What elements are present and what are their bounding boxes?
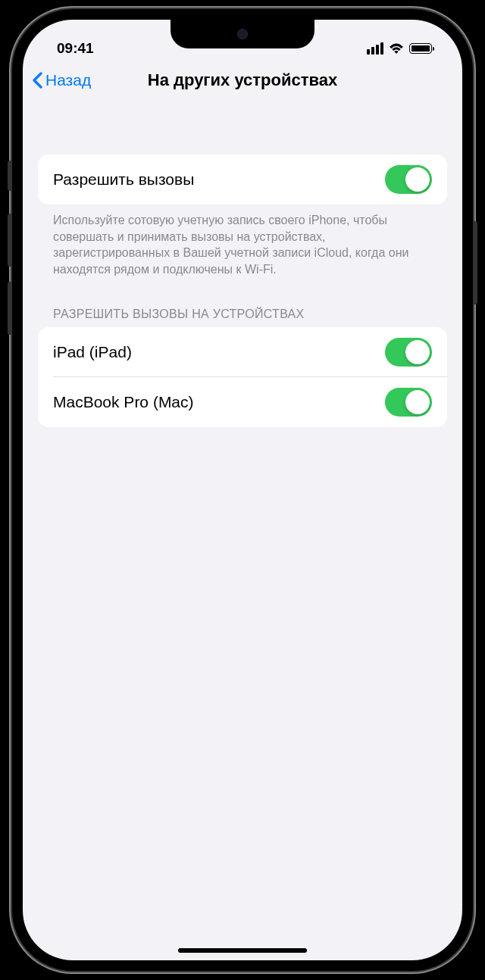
chevron-left-icon — [32, 72, 42, 89]
home-indicator[interactable] — [178, 948, 307, 953]
navigation-bar: Назад На других устройствах — [23, 64, 462, 100]
devices-section-header: РАЗРЕШИТЬ ВЫЗОВЫ НА УСТРОЙСТВАХ — [38, 307, 447, 327]
device-toggle-ipad[interactable] — [385, 338, 432, 367]
device-label: MacBook Pro (Mac) — [53, 393, 194, 411]
allow-calls-group: Разрешить вызовы — [38, 154, 447, 204]
toggle-knob — [405, 390, 430, 414]
back-label: Назад — [45, 71, 91, 89]
wifi-icon — [388, 42, 405, 55]
device-row-ipad: iPad (iPad) — [38, 327, 447, 377]
phone-frame: 09:41 Назад — [12, 9, 473, 971]
content-area: Разрешить вызовы Используйте сотовую уче… — [23, 154, 462, 427]
device-row-macbook: MacBook Pro (Mac) — [38, 377, 447, 427]
toggle-knob — [405, 167, 430, 192]
allow-calls-row: Разрешить вызовы — [38, 154, 447, 204]
screen: 09:41 Назад — [23, 20, 462, 960]
battery-icon — [409, 43, 432, 54]
device-toggle-macbook[interactable] — [385, 388, 432, 417]
status-icons — [367, 42, 432, 55]
device-label: iPad (iPad) — [53, 343, 132, 361]
allow-calls-section: Разрешить вызовы Используйте сотовую уче… — [38, 154, 447, 277]
phone-side-buttons-left — [8, 161, 12, 350]
cellular-signal-icon — [367, 42, 383, 55]
back-button[interactable]: Назад — [32, 71, 91, 89]
notch — [171, 20, 314, 48]
devices-section: РАЗРЕШИТЬ ВЫЗОВЫ НА УСТРОЙСТВАХ iPad (iP… — [38, 307, 447, 427]
allow-calls-toggle[interactable] — [385, 165, 432, 194]
status-time: 09:41 — [57, 40, 94, 57]
allow-calls-label: Разрешить вызовы — [53, 170, 194, 189]
page-title: На других устройствах — [148, 70, 337, 90]
devices-group: iPad (iPad) MacBook Pro (Mac) — [38, 327, 447, 427]
allow-calls-footer: Используйте сотовую учетную запись своег… — [38, 204, 447, 277]
phone-side-buttons-right — [473, 221, 477, 304]
toggle-knob — [405, 340, 430, 364]
